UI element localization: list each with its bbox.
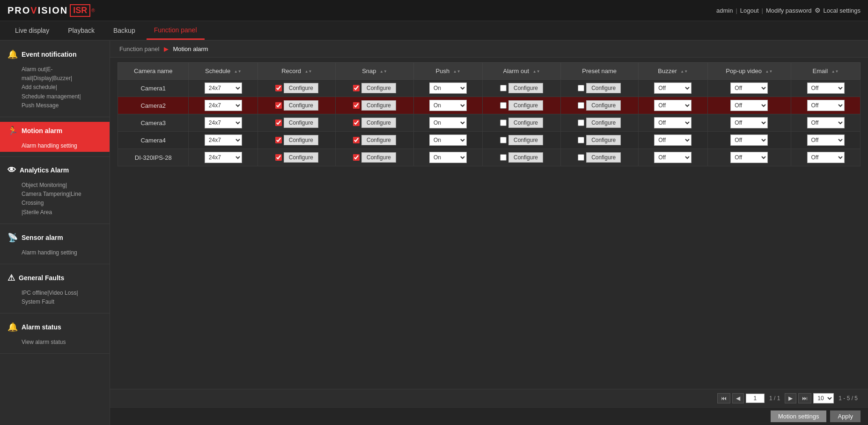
push-select[interactable]: OnOff (429, 134, 467, 146)
table-row[interactable]: Camera324x7CustomConfigureConfigureOnOff… (118, 114, 861, 132)
col-push[interactable]: Push ▲▼ (413, 63, 483, 80)
modify-password-link[interactable]: Modify password (766, 7, 812, 14)
preset-configure-btn[interactable]: Configure (586, 100, 621, 111)
sidebar-analytics-alarm[interactable]: 👁 Analytics Alarm (0, 162, 110, 179)
nav-function-panel[interactable]: Function panel (147, 22, 205, 40)
sidebar-schedule-mgmt[interactable]: Schedule management| (22, 92, 102, 101)
snap-configure-btn[interactable]: Configure (361, 118, 396, 128)
logout-link[interactable]: Logout (740, 7, 759, 14)
sidebar-motion-alarm[interactable]: 🏃 Motion alarm (0, 122, 110, 140)
push-select[interactable]: OnOff (429, 152, 467, 163)
snap-checkbox[interactable] (353, 85, 360, 91)
record-checkbox[interactable] (275, 154, 282, 161)
preset-checkbox[interactable] (578, 85, 584, 91)
schedule-select[interactable]: 24x7Custom (205, 117, 242, 128)
snap-checkbox[interactable] (353, 102, 360, 109)
nav-backup[interactable]: Backup (106, 22, 143, 39)
breadcrumb-root[interactable]: Function panel (119, 45, 159, 52)
record-checkbox[interactable] (275, 119, 282, 126)
sidebar-alarm-handling[interactable]: Alarm handling setting (0, 140, 110, 152)
col-schedule[interactable]: Schedule ▲▼ (189, 63, 258, 80)
page-last-btn[interactable]: ⏭ (798, 393, 811, 403)
page-current-input[interactable] (746, 394, 765, 403)
preset-checkbox[interactable] (578, 119, 584, 126)
email-select[interactable]: OffOn (807, 100, 845, 111)
col-snap[interactable]: Snap ▲▼ (336, 63, 413, 80)
snap-configure-btn[interactable]: Configure (361, 152, 396, 163)
sidebar-system-fault[interactable]: System Fault (22, 298, 102, 306)
email-select[interactable]: OffOn (807, 117, 845, 128)
alarm-out-checkbox[interactable] (500, 119, 507, 126)
schedule-select[interactable]: 24x7Custom (205, 152, 242, 163)
schedule-select[interactable]: 24x7Custom (205, 134, 242, 146)
alarm-out-checkbox[interactable] (500, 85, 507, 91)
popup-video-select[interactable]: OffOn (730, 152, 768, 163)
schedule-select[interactable]: 24x7Custom (205, 82, 242, 94)
sidebar-sensor-handling[interactable]: Alarm handling setting (22, 248, 102, 257)
alarm-out-configure-btn[interactable]: Configure (508, 152, 543, 163)
sidebar-alarm-out[interactable]: Alarm out|E-mail|Display|Buzzer| (22, 65, 102, 83)
buzzer-select[interactable]: OffOn (654, 117, 691, 128)
record-checkbox[interactable] (275, 102, 282, 109)
sidebar-general-faults[interactable]: ⚠ General Faults (0, 269, 110, 287)
snap-checkbox[interactable] (353, 154, 360, 161)
sidebar-ipc-offline[interactable]: IPC offline|Video Loss| (22, 289, 102, 298)
table-row[interactable]: Camera124x7CustomConfigureConfigureOnOff… (118, 80, 861, 97)
push-select[interactable]: OnOff (429, 100, 467, 111)
alarm-out-checkbox[interactable] (500, 154, 507, 161)
preset-configure-btn[interactable]: Configure (586, 152, 621, 163)
alarm-out-configure-btn[interactable]: Configure (508, 100, 543, 111)
snap-checkbox[interactable] (353, 119, 360, 126)
col-record[interactable]: Record ▲▼ (258, 63, 336, 80)
popup-video-select[interactable]: OffOn (730, 134, 768, 146)
snap-checkbox[interactable] (353, 137, 360, 143)
email-select[interactable]: OffOn (807, 82, 845, 94)
buzzer-select[interactable]: OffOn (654, 100, 691, 111)
record-configure-btn[interactable]: Configure (284, 118, 318, 128)
popup-video-select[interactable]: OffOn (730, 82, 768, 94)
table-row[interactable]: Camera424x7CustomConfigureConfigureOnOff… (118, 132, 861, 149)
col-alarm-out[interactable]: Alarm out ▲▼ (483, 63, 560, 80)
sidebar-view-alarm-status[interactable]: View alarm status (22, 338, 102, 347)
page-first-btn[interactable]: ⏮ (717, 393, 730, 403)
push-select[interactable]: OnOff (429, 82, 467, 94)
record-configure-btn[interactable]: Configure (284, 83, 318, 93)
schedule-select[interactable]: 24x7Custom (205, 100, 242, 111)
snap-configure-btn[interactable]: Configure (361, 135, 396, 145)
alarm-out-checkbox[interactable] (500, 137, 507, 143)
sidebar-push-message[interactable]: Push Message (22, 101, 102, 110)
col-buzzer[interactable]: Buzzer ▲▼ (638, 63, 707, 80)
email-select[interactable]: OffOn (807, 152, 845, 163)
push-select[interactable]: OnOff (429, 117, 467, 128)
buzzer-select[interactable]: OffOn (654, 152, 691, 163)
page-prev-btn[interactable]: ◀ (732, 393, 744, 403)
preset-configure-btn[interactable]: Configure (586, 83, 621, 93)
page-next-btn[interactable]: ▶ (785, 393, 796, 403)
sidebar-event-notification[interactable]: 🔔 Event notification (0, 45, 110, 63)
alarm-out-configure-btn[interactable]: Configure (508, 135, 543, 145)
alarm-out-configure-btn[interactable]: Configure (508, 118, 543, 128)
local-settings-link[interactable]: Local settings (824, 7, 861, 14)
col-popup-video[interactable]: Pop-up video ▲▼ (707, 63, 791, 80)
page-size-select[interactable]: 10 20 50 (813, 393, 834, 403)
preset-checkbox[interactable] (578, 154, 584, 161)
record-configure-btn[interactable]: Configure (284, 135, 318, 145)
buzzer-select[interactable]: OffOn (654, 134, 691, 146)
table-row[interactable]: Camera224x7CustomConfigureConfigureOnOff… (118, 97, 861, 114)
nav-live-display[interactable]: Live display (7, 22, 57, 39)
sidebar-camera-tampering[interactable]: Camera Tampering|Line Crossing (22, 190, 102, 208)
motion-settings-btn[interactable]: Motion settings (771, 410, 826, 422)
sidebar-object-monitoring[interactable]: Object Monitoring| (22, 181, 102, 190)
snap-configure-btn[interactable]: Configure (361, 83, 396, 93)
col-email[interactable]: Email ▲▼ (791, 63, 861, 80)
buzzer-select[interactable]: OffOn (654, 82, 691, 94)
popup-video-select[interactable]: OffOn (730, 117, 768, 128)
sidebar-sterile-area[interactable]: |Sterile Area (22, 208, 102, 217)
apply-btn[interactable]: Apply (830, 410, 861, 422)
popup-video-select[interactable]: OffOn (730, 100, 768, 111)
record-configure-btn[interactable]: Configure (284, 152, 318, 163)
preset-configure-btn[interactable]: Configure (586, 135, 621, 145)
record-checkbox[interactable] (275, 137, 282, 143)
preset-checkbox[interactable] (578, 102, 584, 109)
email-select[interactable]: OffOn (807, 134, 845, 146)
